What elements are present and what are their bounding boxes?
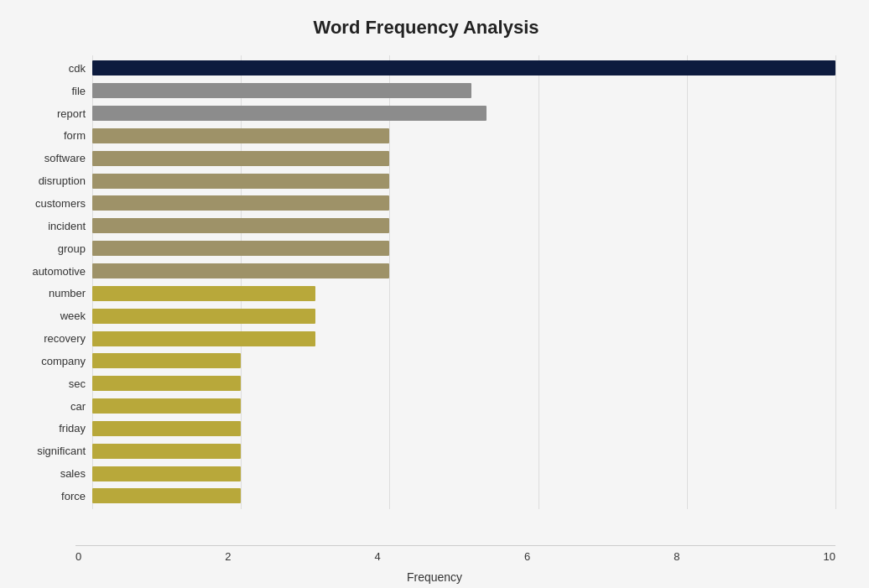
y-label-cdk: cdk	[69, 63, 86, 74]
bar-row	[92, 442, 835, 461]
bar-row	[92, 172, 835, 190]
bar-week	[92, 309, 315, 324]
bar-number	[92, 286, 315, 301]
chart-title: Word Frequency Analysis	[17, 17, 835, 39]
bar-car	[92, 398, 241, 414]
bar-customers	[92, 195, 389, 211]
bar-friday	[92, 421, 241, 436]
x-axis-line	[75, 545, 835, 546]
y-label-company: company	[41, 356, 86, 367]
bar-row	[92, 397, 835, 415]
x-tick: 4	[375, 550, 381, 563]
bar-group	[92, 241, 389, 256]
bar-row	[92, 284, 835, 303]
y-label-recovery: recovery	[44, 333, 86, 344]
bar-disruption	[92, 174, 389, 189]
bar-row	[92, 465, 835, 483]
bar-row	[92, 262, 835, 280]
y-label-automotive: automotive	[32, 266, 86, 277]
bar-automotive	[92, 263, 389, 278]
bar-row	[92, 216, 835, 235]
x-tick: 2	[225, 550, 231, 563]
bar-row	[92, 374, 835, 393]
y-axis: cdkfilereportformsoftwaredisruptioncusto…	[17, 55, 92, 509]
bar-sales	[92, 466, 241, 481]
y-label-significant: significant	[37, 445, 86, 456]
bar-row	[92, 149, 835, 168]
bar-row	[92, 330, 835, 348]
bar-row	[92, 104, 835, 122]
x-axis: 0246810	[75, 550, 835, 563]
bar-row	[92, 59, 835, 77]
plot-area	[92, 55, 835, 509]
y-label-car: car	[70, 401, 86, 412]
bar-sec	[92, 376, 241, 391]
grid-line	[835, 55, 836, 509]
bar-row	[92, 487, 835, 505]
bar-report	[92, 106, 487, 121]
y-label-report: report	[57, 108, 86, 119]
chart-container: Word Frequency Analysis cdkfilereportfor…	[0, 0, 869, 588]
y-label-disruption: disruption	[39, 175, 86, 186]
y-label-software: software	[44, 153, 86, 164]
bar-row	[92, 419, 835, 438]
y-label-number: number	[49, 288, 86, 299]
x-axis-label: Frequency	[0, 570, 869, 584]
x-tick: 6	[524, 550, 530, 563]
bar-company	[92, 353, 241, 368]
x-tick: 8	[674, 550, 679, 563]
bar-significant	[92, 444, 241, 459]
y-label-week: week	[60, 310, 86, 321]
y-label-force: force	[61, 491, 86, 502]
bar-row	[92, 194, 835, 212]
y-label-sales: sales	[60, 468, 86, 479]
x-tick: 0	[75, 550, 81, 563]
y-label-file: file	[71, 86, 86, 96]
y-label-sec: sec	[69, 378, 86, 389]
bar-software	[92, 151, 389, 166]
bar-force	[92, 488, 241, 503]
bar-row	[92, 127, 835, 145]
chart-area: cdkfilereportformsoftwaredisruptioncusto…	[17, 55, 835, 509]
bar-form	[92, 128, 389, 143]
x-tick: 10	[823, 550, 835, 563]
bar-cdk	[92, 60, 835, 75]
y-label-incident: incident	[48, 221, 86, 232]
bar-row	[92, 81, 835, 100]
y-label-group: group	[58, 243, 86, 254]
y-label-form: form	[64, 130, 86, 141]
bar-row	[92, 239, 835, 258]
y-label-friday: friday	[59, 423, 86, 434]
bar-recovery	[92, 331, 315, 346]
y-label-customers: customers	[35, 198, 86, 209]
bar-incident	[92, 218, 389, 233]
bar-row	[92, 307, 835, 325]
bar-file	[92, 83, 471, 98]
bar-row	[92, 351, 835, 370]
